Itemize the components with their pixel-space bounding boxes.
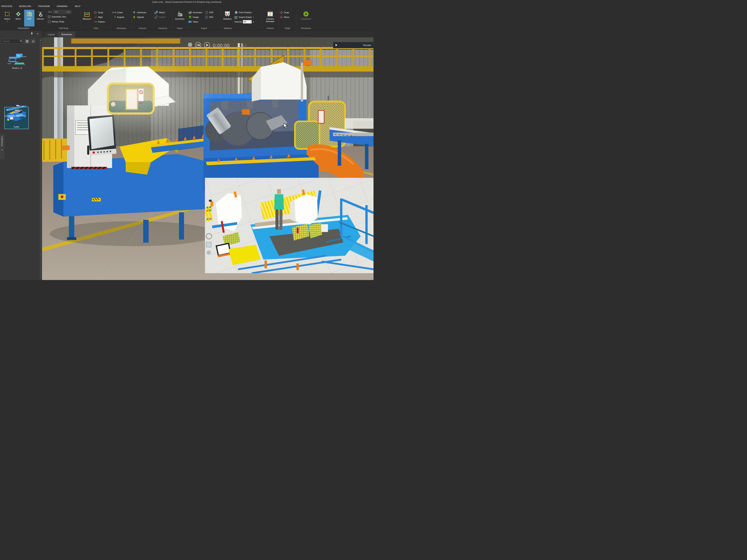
catalog-item-hornet2[interactable]: Hornet2_updated CAD: [4, 104, 30, 117]
print-charts-button[interactable]: Print Chart(s): [235, 10, 254, 15]
simulation-speed[interactable]: ‹ 1.0: [241, 44, 247, 47]
collapse-chevrons-icon[interactable]: «: [1, 148, 3, 151]
angular-dimension-button[interactable]: Angular: [113, 15, 124, 19]
ribbon-group-statistics: Statistics Print Chart(s) Export Graph ▾: [221, 9, 262, 30]
interact-button[interactable]: Interact: [35, 10, 46, 26]
menu-help[interactable]: HELP: [71, 5, 84, 7]
catalog-item-blade2[interactable]: Blade2_v2: [6, 53, 28, 69]
align-button[interactable]: Align: [94, 15, 105, 19]
mouse-cursor: [283, 123, 288, 130]
linear-dimension-button[interactable]: Linear: [113, 10, 124, 15]
close-panel-icon[interactable]: ×: [37, 32, 38, 35]
move-button[interactable]: Move: [13, 10, 23, 26]
play-icon: [204, 42, 210, 48]
measure-button[interactable]: Measure: [82, 10, 92, 26]
signals-button[interactable]: Signals: [133, 15, 146, 19]
select-dropdown-caret[interactable]: ▾: [7, 21, 7, 22]
interval-field[interactable]: 60 ▴▾: [243, 20, 252, 24]
group-label-manipulation: Manipulation: [1, 27, 47, 30]
export-image-button[interactable]: Image: [188, 15, 202, 19]
simulation-settings-button[interactable]: ▾: [188, 43, 192, 48]
pip-scene: [205, 178, 374, 273]
always-snap-checkbox[interactable]: [48, 20, 51, 23]
pnp-button[interactable]: PnP: [24, 10, 34, 26]
interfaces-button[interactable]: Interfaces: [133, 10, 146, 15]
import-geometry-button[interactable]: Geometry: [174, 10, 185, 26]
interval-spinner[interactable]: ▴▾: [250, 21, 251, 23]
grid-view-button[interactable]: [25, 39, 29, 44]
group-label-dimension: Dimension: [111, 27, 131, 30]
group-label-hierarchy: Hierarchy: [153, 27, 172, 30]
automatic-size-checkbox-row[interactable]: ✓ Automatic Size: [48, 15, 79, 19]
printer-icon: [235, 11, 238, 14]
detach-button[interactable]: Detach: [155, 15, 166, 19]
statistics-button[interactable]: Statistics: [222, 10, 233, 26]
ribbon-group-dimension: Linear Angular Dimension: [111, 9, 131, 30]
scrollbar-up-arrow[interactable]: ▲: [40, 39, 42, 41]
catalog-item-label: Blade2_v2: [6, 67, 28, 69]
group-label-tools: Tools: [80, 27, 111, 30]
simulation-time: 0:00:00: [213, 43, 230, 48]
camera-animator-button[interactable]: Camera Animator: [264, 10, 277, 26]
gear-icon: [188, 43, 192, 47]
move-icon: [15, 11, 21, 17]
sidebar-scrollbar[interactable]: ▲: [40, 39, 42, 279]
select-icon: [4, 11, 10, 17]
camera-animator-icon: [267, 11, 273, 17]
omniverse-button[interactable]: Omniverse: [301, 10, 311, 26]
viewport-3d[interactable]: Layout Omniverse: [42, 30, 374, 280]
ribbon-group-connect: Interfaces Signals Connect: [131, 9, 153, 30]
origin-move-button[interactable]: Move: [280, 15, 289, 19]
automatic-size-checkbox[interactable]: ✓: [48, 16, 51, 18]
tab-omniverse[interactable]: Omniverse: [58, 31, 75, 37]
panel-header: ×: [0, 30, 42, 37]
render-play-icon: [336, 44, 337, 46]
statistics-icon: [224, 11, 231, 17]
group-label-camera: Camera: [262, 27, 278, 30]
always-snap-checkbox-row[interactable]: Always Snap: [48, 20, 79, 24]
ribbon-group-hierarchy: Attach Detach Hierarchy: [153, 9, 172, 30]
collections-tab[interactable]: Collections «: [0, 135, 4, 159]
grid-size-field[interactable]: 500 mm: [53, 10, 71, 14]
export-video-icon: [188, 20, 191, 23]
menu-modeling[interactable]: MODELING: [16, 5, 35, 7]
detach-icon: [155, 16, 158, 19]
export-video-button[interactable]: Video: [188, 20, 202, 24]
export-graph-caret: ▾: [253, 17, 254, 18]
play-simulation-button[interactable]: [204, 42, 210, 49]
tab-layout[interactable]: Layout: [45, 31, 58, 37]
export-fbx-button[interactable]: FBX: [205, 15, 213, 19]
group-label-omniverse: Omniverse: [297, 27, 315, 30]
reset-simulation-button[interactable]: [195, 42, 201, 49]
render-button[interactable]: Render: [333, 42, 374, 48]
ribbon-group-export: Geometry Image Video: [187, 9, 221, 30]
export-image-icon: [188, 16, 191, 19]
pip-schematic-viewport[interactable]: [205, 178, 374, 273]
origin-snap-button[interactable]: Snap: [280, 10, 289, 15]
visual-components-window: Cyber.vcmx - Visual Components Premium 5…: [0, 0, 374, 280]
export-pdf-button[interactable]: PDF: [205, 10, 213, 15]
menu-bar: PROCESS MODELING PROGRAM DRAWING HELP: [0, 4, 374, 8]
pin-icon[interactable]: [30, 32, 33, 36]
sort-button[interactable]: [31, 39, 35, 44]
viewport-tab-bar: Layout Omniverse: [42, 30, 374, 37]
catalog-item-label: Hornet2_updated CAD: [4, 115, 30, 117]
select-button[interactable]: Select ▾: [2, 10, 12, 26]
group-label-origin: Origin: [279, 27, 297, 30]
menu-drawing[interactable]: DRAWING: [53, 5, 71, 7]
attach-button[interactable]: Attach: [155, 10, 166, 15]
snap-tool-button[interactable]: Snap: [94, 10, 105, 15]
render-label: Render: [363, 44, 371, 47]
search-icon[interactable]: [20, 39, 23, 43]
export-geometry-button[interactable]: Geometry: [188, 10, 202, 15]
group-label-grid-snap: Grid Snap: [47, 27, 80, 30]
search-input[interactable]: [1, 40, 20, 43]
pattern-button[interactable]: Pattern: [94, 20, 105, 24]
group-label-connect: Connect: [131, 27, 153, 30]
export-graph-icon: [235, 16, 238, 19]
export-graph-button[interactable]: Export Graph ▾: [235, 15, 254, 19]
menu-process[interactable]: PROCESS: [0, 5, 16, 7]
menu-program[interactable]: PROGRAM: [35, 5, 53, 7]
catalog-item-label: Cyber: [14, 126, 19, 128]
ribbon-group-omniverse: Omniverse Omniverse: [297, 9, 315, 30]
